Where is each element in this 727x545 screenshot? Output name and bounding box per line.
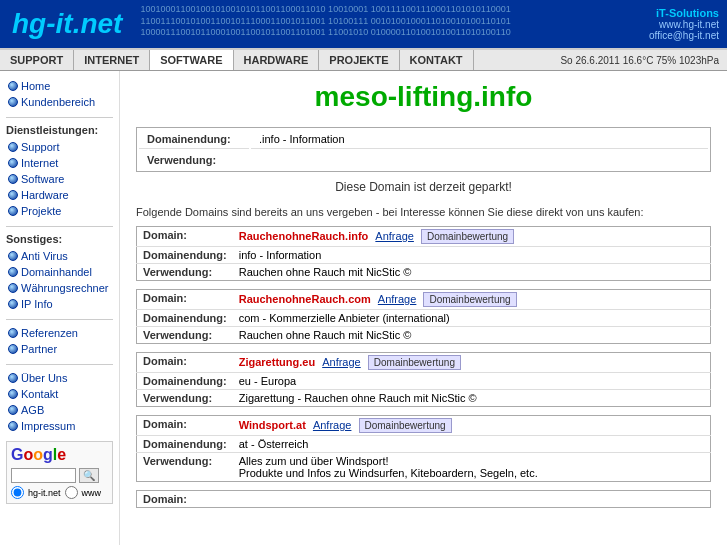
email-link[interactable]: office@hg-it.net bbox=[649, 30, 719, 41]
nav-hardware[interactable]: HARDWARE bbox=[234, 50, 320, 70]
anfrage-link-4[interactable]: Anfrage bbox=[313, 419, 352, 431]
sidebar-item-software[interactable]: Software bbox=[6, 172, 113, 186]
domain-label-5: Domain: bbox=[137, 491, 232, 508]
sidebar-item-support[interactable]: Support bbox=[6, 140, 113, 154]
domain-row-usage-2: Verwendung: Rauchen ohne Rauch mit NicSt… bbox=[137, 327, 711, 344]
anfrage-link-2[interactable]: Anfrage bbox=[378, 293, 417, 305]
domain-usage-val-3: Zigarettung - Rauchen ohne Rauch mit Nic… bbox=[233, 390, 711, 407]
google-radio-www-label: www bbox=[82, 488, 102, 498]
domain-listing-2: Domain: RauchenohneRauch.com Anfrage Dom… bbox=[136, 289, 711, 344]
google-search-row: 🔍 bbox=[11, 468, 108, 483]
google-radio-site-label: hg-it.net bbox=[28, 488, 61, 498]
sidebar-item-antivirus[interactable]: Anti Virus bbox=[6, 249, 113, 263]
google-radio-www[interactable] bbox=[65, 486, 78, 499]
domain-ending-val-1: info - Information bbox=[233, 247, 711, 264]
nav-kontakt[interactable]: KONTAKT bbox=[400, 50, 474, 70]
domain-usage-val-2: Rauchen ohne Rauch mit NicStic © bbox=[233, 327, 711, 344]
domain-name-cell-4: Windsport.at Anfrage Domainbewertung bbox=[233, 416, 711, 436]
domain-name-link-3[interactable]: Zigarettung.eu bbox=[239, 356, 315, 368]
content-area: meso-lifting.info Domainendung: .info - … bbox=[120, 71, 727, 545]
domain-ending-label-1: Domainendung: bbox=[137, 247, 233, 264]
domain-usage-label-4: Verwendung: bbox=[137, 453, 233, 482]
domain-row-usage-4: Verwendung: Alles zum und über Windsport… bbox=[137, 453, 711, 482]
domainbewertung-btn-4[interactable]: Domainbewertung bbox=[359, 418, 452, 433]
domainbewertung-btn-2[interactable]: Domainbewertung bbox=[423, 292, 516, 307]
nav-support[interactable]: SUPPORT bbox=[0, 50, 74, 70]
domain-name-link-1[interactable]: RauchenohneRauch.info bbox=[239, 230, 369, 242]
globe-icon bbox=[8, 344, 18, 354]
sidebar-item-domainhandel[interactable]: Domainhandel bbox=[6, 265, 113, 279]
parked-message: Diese Domain ist derzeit geparkt! bbox=[136, 180, 711, 194]
header: hg-it.net 100100011001001010010101100110… bbox=[0, 0, 727, 50]
sidebar-item-kundenbereich[interactable]: Kundenbereich bbox=[6, 95, 113, 109]
google-search-input[interactable] bbox=[11, 468, 76, 483]
sidebar-item-referenzen[interactable]: Referenzen bbox=[6, 326, 113, 340]
domain-listing-1: Domain: RauchenohneRauch.info Anfrage Do… bbox=[136, 226, 711, 281]
sidebar-divider-4 bbox=[6, 364, 113, 365]
nav-internet[interactable]: INTERNET bbox=[74, 50, 150, 70]
sidebar-item-waehrung[interactable]: Währungsrechner bbox=[6, 281, 113, 295]
header-binary: 1001000110010010100101011001100011010 10… bbox=[134, 0, 641, 48]
google-search-button[interactable]: 🔍 bbox=[79, 468, 99, 483]
domain-info-table: Domainendung: .info - Information Verwen… bbox=[136, 127, 711, 172]
nav-projekte[interactable]: PROJEKTE bbox=[319, 50, 399, 70]
globe-icon bbox=[8, 421, 18, 431]
sidebar-item-kontakt[interactable]: Kontakt bbox=[6, 387, 113, 401]
domain-ending-label: Domainendung: bbox=[139, 130, 249, 149]
globe-icon bbox=[8, 174, 18, 184]
domain-usage-label-1: Verwendung: bbox=[137, 264, 233, 281]
sidebar-main-section: Home Kundenbereich bbox=[6, 79, 113, 109]
globe-icon bbox=[8, 283, 18, 293]
domain-usage-line1-4: Alles zum und über Windsport! bbox=[239, 455, 389, 467]
domain-row-ending-3: Domainendung: eu - Europa bbox=[137, 373, 711, 390]
domain-name-link-2[interactable]: RauchenohneRauch.com bbox=[239, 293, 371, 305]
domain-usage-value bbox=[251, 151, 708, 169]
domainbewertung-btn-3[interactable]: Domainbewertung bbox=[368, 355, 461, 370]
sidebar-item-impressum[interactable]: Impressum bbox=[6, 419, 113, 433]
domain-listing-4: Domain: Windsport.at Anfrage Domainbewer… bbox=[136, 415, 711, 482]
sidebar-misc-title: Sonstiges: bbox=[6, 233, 113, 245]
domain-row-name-5: Domain: bbox=[137, 491, 711, 508]
domain-listing-3: Domain: Zigarettung.eu Anfrage Domainbew… bbox=[136, 352, 711, 407]
nav-software[interactable]: SOFTWARE bbox=[150, 50, 233, 70]
nav-bar: SUPPORT INTERNET SOFTWARE HARDWARE PROJE… bbox=[0, 50, 727, 71]
domain-usage-val-1: Rauchen ohne Rauch mit NicStic © bbox=[233, 264, 711, 281]
sidebar-item-uberuns[interactable]: Über Uns bbox=[6, 371, 113, 385]
sidebar-item-ipinfo[interactable]: IP Info bbox=[6, 297, 113, 311]
sidebar-item-projekte[interactable]: Projekte bbox=[6, 204, 113, 218]
sidebar-misc-section: Sonstiges: Anti Virus Domainhandel Währu… bbox=[6, 233, 113, 311]
google-radio-site[interactable] bbox=[11, 486, 24, 499]
globe-icon bbox=[8, 97, 18, 107]
sidebar-divider-2 bbox=[6, 226, 113, 227]
website-link[interactable]: www.hg-it.net bbox=[649, 19, 719, 30]
google-logo: Google bbox=[11, 446, 108, 464]
anfrage-link-1[interactable]: Anfrage bbox=[375, 230, 414, 242]
domain-name-cell-5 bbox=[232, 491, 711, 508]
page-title: meso-lifting.info bbox=[136, 81, 711, 113]
domain-usage-line2-4: Produkte und Infos zu Windsurfen, Kitebo… bbox=[239, 467, 538, 479]
domain-row-name-1: Domain: RauchenohneRauch.info Anfrage Do… bbox=[137, 227, 711, 247]
domain-row-usage-1: Verwendung: Rauchen ohne Rauch mit NicSt… bbox=[137, 264, 711, 281]
domain-row-usage-3: Verwendung: Zigarettung - Rauchen ohne R… bbox=[137, 390, 711, 407]
main-layout: Home Kundenbereich Dienstleistungen: Sup… bbox=[0, 71, 727, 545]
domainbewertung-btn-1[interactable]: Domainbewertung bbox=[421, 229, 514, 244]
weather-info: So 26.6.2011 16.6°C 75% 1023hPa bbox=[552, 51, 727, 70]
domain-name-link-4[interactable]: Windsport.at bbox=[239, 419, 306, 431]
sidebar-item-home[interactable]: Home bbox=[6, 79, 113, 93]
anfrage-link-3[interactable]: Anfrage bbox=[322, 356, 361, 368]
domain-label-1: Domain: bbox=[137, 227, 233, 247]
sidebar-item-hardware[interactable]: Hardware bbox=[6, 188, 113, 202]
domain-info-row-ending: Domainendung: .info - Information bbox=[139, 130, 708, 149]
domain-row-name-4: Domain: Windsport.at Anfrage Domainbewer… bbox=[137, 416, 711, 436]
sidebar-item-partner[interactable]: Partner bbox=[6, 342, 113, 356]
domain-ending-value: .info - Information bbox=[251, 130, 708, 149]
sidebar-item-agb[interactable]: AGB bbox=[6, 403, 113, 417]
domain-usage-label: Verwendung: bbox=[139, 151, 249, 169]
sidebar-services-section: Dienstleistungen: Support Internet Softw… bbox=[6, 124, 113, 218]
domain-row-name-2: Domain: RauchenohneRauch.com Anfrage Dom… bbox=[137, 290, 711, 310]
globe-icon bbox=[8, 299, 18, 309]
domain-row-ending-4: Domainendung: at - Österreich bbox=[137, 436, 711, 453]
sidebar-item-internet[interactable]: Internet bbox=[6, 156, 113, 170]
globe-icon bbox=[8, 267, 18, 277]
globe-icon bbox=[8, 142, 18, 152]
